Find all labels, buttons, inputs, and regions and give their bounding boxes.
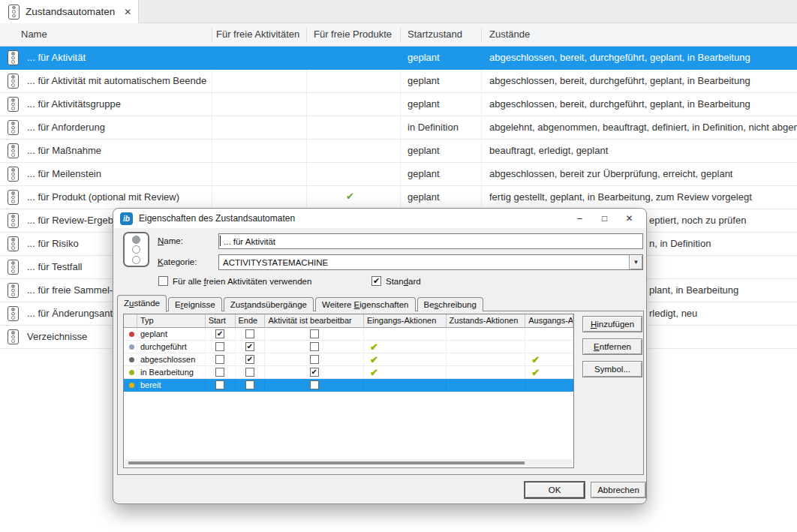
dialog-tab[interactable]: Ereignisse bbox=[168, 297, 222, 311]
column-header-name[interactable]: Name bbox=[21, 29, 47, 40]
state-machine-icon bbox=[8, 120, 19, 135]
checkbox-standard[interactable]: ✔Standard bbox=[371, 276, 421, 286]
cell-bearbeitbar[interactable] bbox=[265, 353, 364, 365]
tab-close-icon[interactable]: ✕ bbox=[124, 7, 131, 17]
document-tab-bar: Zustandsautomaten ✕ bbox=[0, 0, 797, 23]
states-column-header[interactable]: Aktivität ist bearbeitbar bbox=[265, 314, 364, 328]
dialog-tab[interactable]: Weitere Eigenschaften bbox=[315, 297, 416, 311]
tab-title: Zustandsautomaten bbox=[26, 6, 115, 17]
states-column-header[interactable]: Typ bbox=[137, 314, 206, 328]
cell-name: ... für Anforderung bbox=[27, 122, 210, 133]
cell-bearbeitbar[interactable] bbox=[265, 328, 364, 340]
state-row[interactable]: geplant✔ bbox=[124, 328, 573, 341]
states-column-header[interactable]: Eingangs-Aktionen bbox=[364, 314, 447, 328]
cell-bearbeitbar[interactable]: ✔ bbox=[265, 366, 364, 378]
cell-ende[interactable]: ✔ bbox=[236, 353, 266, 365]
cell-ende[interactable]: ✔ bbox=[236, 341, 266, 353]
state-checkbox[interactable] bbox=[215, 342, 224, 351]
column-divider bbox=[306, 70, 307, 93]
cell-ende[interactable] bbox=[236, 328, 266, 340]
cancel-button[interactable]: Abbrechen bbox=[591, 482, 646, 498]
dialog-titlebar[interactable]: ib Eigenschaften des Zustandsautomaten –… bbox=[113, 209, 646, 228]
states-column-header[interactable] bbox=[124, 314, 137, 328]
category-combobox[interactable]: ACTIVITYSTATEMACHINE ▼ bbox=[218, 254, 643, 270]
cell-ausgangs-aktionen bbox=[525, 328, 573, 340]
dialog-title: Eigenschaften des Zustandsautomaten bbox=[139, 213, 295, 224]
states-column-header[interactable]: Ende bbox=[236, 314, 266, 328]
name-input[interactable] bbox=[218, 233, 643, 249]
state-checkbox[interactable]: ✔ bbox=[245, 355, 254, 364]
column-header-zustaende[interactable]: Zustände bbox=[489, 29, 530, 40]
state-row[interactable]: abgeschlossen✔✔✔ bbox=[124, 353, 573, 366]
state-checkbox[interactable] bbox=[245, 329, 254, 338]
checkbox-box[interactable] bbox=[158, 276, 168, 286]
column-header-freie-produkte[interactable]: Für freie Produkte bbox=[314, 29, 392, 40]
cell-start[interactable] bbox=[206, 379, 236, 391]
remove-button[interactable]: Entfernen bbox=[582, 338, 642, 355]
table-row[interactable]: ... für Aktivität mit automatischem Been… bbox=[0, 70, 797, 93]
cell-startzustand: geplant bbox=[408, 168, 440, 179]
dialog-tab[interactable]: Zustandsübergänge bbox=[224, 297, 314, 311]
state-checkbox[interactable] bbox=[215, 380, 224, 389]
dialog-tab[interactable]: Zustände bbox=[117, 295, 167, 312]
cell-typ: abgeschlossen bbox=[137, 353, 206, 365]
checkbox-freie-aktivitaeten[interactable]: Für alle freien Aktivitäten verwenden bbox=[158, 276, 311, 286]
state-row[interactable]: bereit bbox=[124, 379, 573, 392]
action-check-icon: ✔ bbox=[531, 355, 540, 365]
state-checkbox[interactable] bbox=[310, 380, 319, 389]
chevron-down-icon[interactable]: ▼ bbox=[629, 255, 642, 269]
state-checkbox[interactable] bbox=[310, 342, 319, 351]
cell-zustaende: abgelehnt, abgenommen, beauftragt, defin… bbox=[489, 122, 797, 133]
table-row[interactable]: ... für Maßnahmegeplantbeauftragt, erled… bbox=[0, 140, 797, 163]
cell-start[interactable]: ✔ bbox=[206, 328, 236, 340]
state-checkbox[interactable] bbox=[245, 368, 254, 377]
cell-ende[interactable] bbox=[236, 366, 266, 378]
close-button[interactable]: ✕ bbox=[617, 209, 642, 228]
table-row[interactable]: ... für Aktivitätgeplantabgeschlossen, b… bbox=[0, 47, 797, 70]
state-checkbox[interactable]: ✔ bbox=[215, 329, 224, 338]
state-color-dot bbox=[129, 357, 134, 362]
state-machine-icon bbox=[8, 260, 19, 275]
properties-dialog: ib Eigenschaften des Zustandsautomaten –… bbox=[113, 208, 647, 504]
states-column-header[interactable]: Start bbox=[206, 314, 236, 328]
cell-eingangs-aktionen bbox=[364, 328, 447, 340]
cell-start[interactable] bbox=[206, 341, 236, 353]
state-checkbox[interactable]: ✔ bbox=[310, 368, 319, 377]
state-row[interactable]: durchgeführt✔✔ bbox=[124, 341, 573, 353]
state-checkbox[interactable] bbox=[310, 329, 319, 338]
column-header-startzustand[interactable]: Startzustand bbox=[408, 29, 462, 40]
column-header-freie-aktivitaeten[interactable]: Für freie Aktivitäten bbox=[216, 29, 299, 40]
cell-typ: geplant bbox=[137, 328, 206, 340]
cell-bearbeitbar[interactable] bbox=[265, 341, 364, 353]
table-row[interactable]: ... für Meilensteingeplantabgeschlossen,… bbox=[0, 163, 797, 186]
column-divider bbox=[481, 163, 482, 186]
cell-startzustand: geplant bbox=[408, 145, 440, 156]
state-checkbox[interactable] bbox=[310, 355, 319, 364]
state-checkbox[interactable] bbox=[215, 368, 224, 377]
states-column-header[interactable]: Ausgangs-A bbox=[525, 314, 573, 328]
states-column-header[interactable]: Zustands-Aktionen bbox=[447, 314, 526, 328]
cell-start[interactable] bbox=[206, 366, 236, 378]
minimize-button[interactable]: – bbox=[567, 209, 592, 228]
cell-ende[interactable] bbox=[236, 379, 266, 391]
cell-bearbeitbar[interactable] bbox=[265, 379, 364, 391]
state-checkbox[interactable] bbox=[245, 380, 254, 389]
state-machine-icon bbox=[8, 306, 19, 321]
ok-button[interactable]: OK bbox=[525, 482, 585, 498]
state-checkbox[interactable] bbox=[215, 355, 224, 364]
table-row[interactable]: ... für Produkt (optional mit Review)✔ge… bbox=[0, 186, 797, 209]
table-row[interactable]: ... für Aktivitätsgruppegeplantabgeschlo… bbox=[0, 93, 797, 116]
scrollbar-thumb[interactable] bbox=[128, 461, 525, 464]
add-button[interactable]: Hinzufügen bbox=[582, 316, 642, 332]
horizontal-scrollbar[interactable] bbox=[125, 459, 573, 467]
state-checkbox[interactable]: ✔ bbox=[245, 342, 254, 351]
cell-start[interactable] bbox=[206, 353, 236, 365]
symbol-button[interactable]: Symbol... bbox=[582, 361, 642, 377]
column-divider bbox=[212, 116, 212, 140]
maximize-button[interactable]: □ bbox=[592, 209, 617, 228]
tab-zustandsautomaten[interactable]: Zustandsautomaten ✕ bbox=[0, 0, 139, 23]
checkbox-box[interactable]: ✔ bbox=[371, 276, 381, 286]
state-row[interactable]: in Bearbeitung✔✔✔ bbox=[124, 366, 573, 379]
dialog-tab[interactable]: Beschreibung bbox=[417, 297, 483, 311]
table-row[interactable]: ... für Anforderungin Definitionabgelehn… bbox=[0, 116, 797, 140]
